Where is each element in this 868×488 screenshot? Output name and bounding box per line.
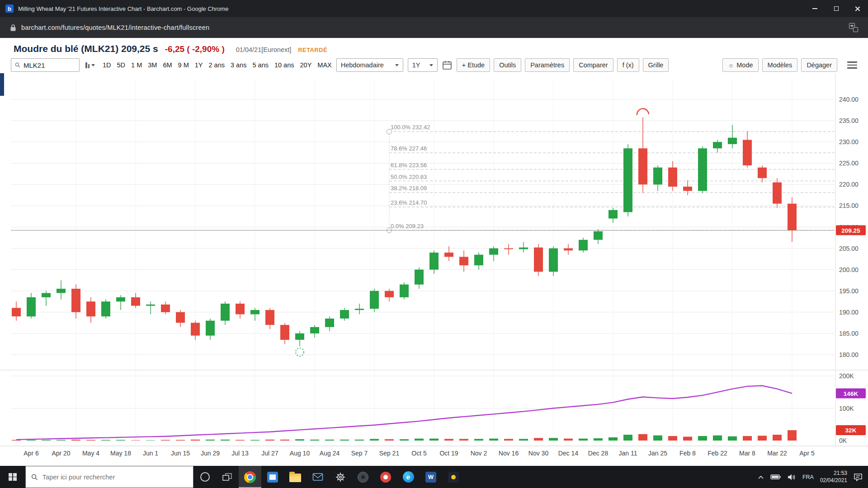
period-max[interactable]: MAX	[317, 61, 331, 69]
svg-text:Jul 27: Jul 27	[261, 450, 278, 457]
minimize-button[interactable]	[804, 0, 826, 17]
period-2-ans[interactable]: 2 ans	[209, 61, 225, 69]
grille-button[interactable]: Grille	[643, 58, 669, 72]
frequency-dropdown[interactable]: Hebdomadaire	[336, 58, 403, 72]
svg-text:Feb 8: Feb 8	[679, 450, 696, 457]
svg-text:78.6% 227.46: 78.6% 227.46	[391, 145, 427, 152]
mode-button[interactable]: ☼Mode	[722, 58, 758, 72]
interactive-chart[interactable]: 100.0% 232.4278.6% 227.4661.8% 223.5650.…	[0, 73, 868, 466]
period-6m[interactable]: 6M	[163, 61, 172, 69]
instrument-title: Moudre du blé (MLK21) 209,25 s	[14, 43, 158, 54]
period-9-m[interactable]: 9 M	[178, 61, 189, 69]
time-axis[interactable]: Apr 6Apr 20May 4May 18Jun 1Jun 15Jun 29J…	[24, 450, 815, 457]
f-x-button[interactable]: f (x)	[617, 58, 639, 72]
browser-urlbar[interactable]: barchart.com/futures/quotes/MLK21/intera…	[0, 17, 868, 38]
taskbar-clock[interactable]: 21:53 02/04/2021	[820, 470, 847, 484]
calendar-icon[interactable]	[442, 60, 452, 70]
svg-text:32K: 32K	[845, 427, 857, 434]
d-gager-button[interactable]: Dégager	[801, 58, 837, 72]
period-3-ans[interactable]: 3 ans	[231, 61, 246, 69]
word-icon[interactable]: W	[420, 466, 442, 488]
period-1-m[interactable]: 1 M	[131, 61, 142, 69]
toolbar-buttons-left: + EtudeOutilsParamètresComparerf (x)Gril…	[457, 58, 669, 72]
svg-text:Sep 21: Sep 21	[379, 450, 400, 457]
svg-text:Jun 1: Jun 1	[143, 450, 158, 457]
chart-grid	[11, 80, 835, 446]
quote-date-exchange: 01/04/21[Euronext]	[236, 46, 292, 53]
mode-sun-icon: ☼	[728, 61, 734, 69]
candlestick-type-icon	[85, 62, 90, 68]
period-5d[interactable]: 5D	[117, 61, 126, 69]
open-interest-line	[16, 386, 792, 440]
windows-logo-icon	[9, 473, 17, 481]
svg-text:May 4: May 4	[82, 450, 99, 457]
price-change: -6,25 ( -2,90% )	[165, 44, 225, 54]
translate-icon[interactable]	[849, 23, 858, 32]
symbol-input[interactable]	[24, 61, 75, 69]
app-window-icon[interactable]	[261, 466, 284, 488]
taskbar-search-input[interactable]	[42, 474, 188, 481]
svg-text:Dec 28: Dec 28	[588, 450, 609, 457]
svg-text:180.00: 180.00	[839, 351, 859, 358]
settings-gear-icon[interactable]	[329, 466, 352, 488]
svg-text:Oct 19: Oct 19	[439, 450, 458, 457]
svg-text:Sep 7: Sep 7	[351, 450, 368, 457]
etude-button[interactable]: + Etude	[457, 58, 490, 72]
quote-header: Moudre du blé (MLK21) 209,25 s -6,25 ( -…	[0, 38, 868, 57]
svg-text:Jan 25: Jan 25	[648, 450, 667, 457]
file-explorer-icon[interactable]	[284, 466, 307, 488]
delayed-badge: RETARDÉ	[298, 47, 327, 53]
volume-icon[interactable]	[788, 474, 796, 481]
maximize-icon	[834, 6, 839, 11]
window-title: Milling Wheat May '21 Futures Interactiv…	[18, 5, 229, 12]
period-1d[interactable]: 1D	[103, 61, 111, 69]
period-10-ans[interactable]: 10 ans	[274, 61, 294, 69]
clock-date: 02/04/2021	[820, 477, 847, 484]
tray-expand-chevron-icon[interactable]	[758, 475, 764, 479]
search-icon	[31, 474, 38, 481]
search-icon	[15, 62, 20, 68]
taskbar-search[interactable]	[25, 466, 193, 488]
maximize-button[interactable]	[826, 0, 847, 17]
side-panel-tab[interactable]	[0, 73, 4, 96]
bar-type-selector[interactable]	[84, 58, 96, 72]
svg-text:200.00: 200.00	[839, 266, 859, 273]
svg-text:Apr 6: Apr 6	[24, 450, 39, 457]
language-indicator[interactable]: FRA	[802, 474, 814, 480]
period-3m[interactable]: 3M	[148, 61, 157, 69]
svg-text:Feb 22: Feb 22	[708, 450, 727, 457]
svg-text:Apr 5: Apr 5	[799, 450, 815, 457]
cortana-icon[interactable]	[193, 466, 216, 488]
menu-hamburger-icon[interactable]	[847, 61, 857, 69]
url-text[interactable]: barchart.com/futures/quotes/MLK21/intera…	[21, 24, 209, 31]
svg-text:230.00: 230.00	[839, 138, 859, 145]
action-center-icon[interactable]	[854, 473, 863, 481]
app-icon-dark[interactable]	[352, 466, 374, 488]
app-icon-yellow[interactable]	[442, 466, 465, 488]
close-button[interactable]	[847, 0, 868, 17]
battery-icon[interactable]	[770, 473, 781, 481]
period-1y[interactable]: 1Y	[195, 61, 203, 69]
svg-text:205.00: 205.00	[839, 245, 859, 252]
symbol-search-box[interactable]	[11, 58, 80, 72]
comparer-button[interactable]: Comparer	[573, 58, 613, 72]
chevron-down-icon	[395, 64, 399, 66]
start-button[interactable]	[0, 466, 25, 488]
chrome-icon[interactable]	[239, 466, 261, 488]
svg-text:Jan 11: Jan 11	[619, 450, 637, 457]
range-dropdown[interactable]: 1Y	[408, 58, 438, 72]
period-5-ans[interactable]: 5 ans	[252, 61, 268, 69]
param-tres-button[interactable]: Paramètres	[525, 58, 570, 72]
app-icon-red[interactable]	[374, 466, 397, 488]
svg-text:61.8% 223.56: 61.8% 223.56	[391, 162, 427, 169]
task-view-icon[interactable]	[216, 466, 239, 488]
svg-text:Dec 14: Dec 14	[558, 450, 579, 457]
outils-button[interactable]: Outils	[494, 58, 521, 72]
period-20y[interactable]: 20Y	[300, 61, 312, 69]
mail-icon[interactable]	[307, 466, 329, 488]
svg-text:Jun 29: Jun 29	[201, 450, 220, 457]
mod-les-button[interactable]: Modèles	[762, 58, 798, 72]
window-controls	[804, 0, 868, 17]
volume-bars[interactable]	[12, 430, 797, 441]
edge-icon[interactable]: e	[397, 466, 420, 488]
